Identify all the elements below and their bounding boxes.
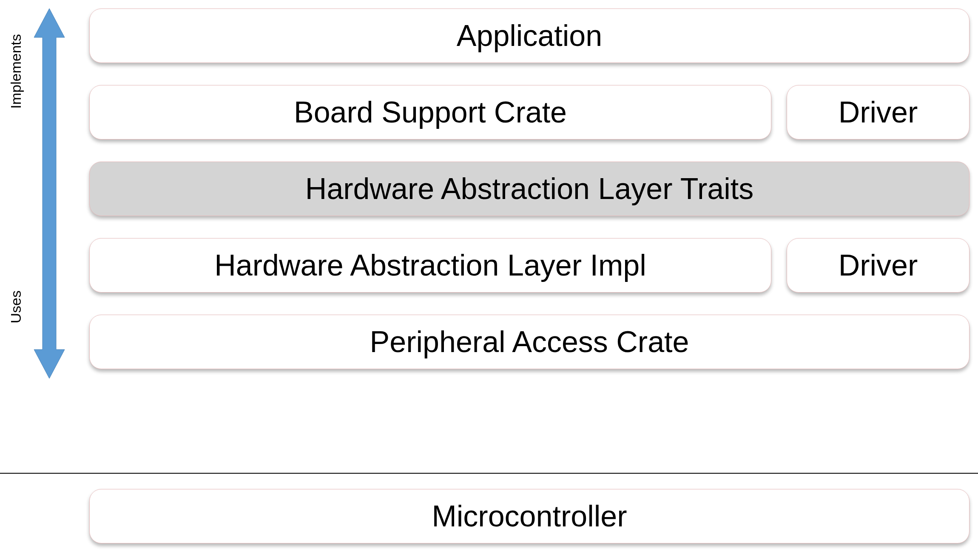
box-hal-impl: Hardware Abstraction Layer Impl: [89, 238, 771, 293]
layer-row-hal-impl-driver: Hardware Abstraction Layer Impl Driver: [89, 238, 969, 293]
layers-column: Application Board Support Crate Driver H…: [89, 4, 969, 378]
upper-section: Implements Uses Application Board Suppor…: [9, 4, 969, 378]
box-microcontroller: Microcontroller: [89, 489, 969, 543]
box-driver-bottom: Driver: [787, 238, 969, 293]
lower-section: Microcontroller: [9, 489, 969, 543]
arrow-label-implements: Implements: [9, 34, 23, 109]
box-driver-top-label: Driver: [839, 95, 918, 129]
box-bsc-label: Board Support Crate: [294, 95, 567, 129]
box-peripheral-access-crate: Peripheral Access Crate: [89, 315, 969, 369]
svg-marker-0: [34, 9, 65, 378]
layer-row-bsc-driver: Board Support Crate Driver: [89, 85, 969, 139]
box-pac-label: Peripheral Access Crate: [370, 325, 689, 359]
hardware-software-divider: [0, 473, 978, 474]
box-driver-top: Driver: [787, 85, 969, 139]
box-driver-bottom-label: Driver: [839, 248, 918, 282]
double-arrow-icon: [28, 9, 71, 378]
lower-spacer: [9, 489, 89, 543]
layer-row-pac: Peripheral Access Crate: [89, 315, 969, 369]
box-hal-traits-label: Hardware Abstraction Layer Traits: [305, 172, 753, 206]
layer-row-application: Application: [89, 9, 969, 63]
arrow-label-uses: Uses: [9, 290, 23, 323]
box-board-support-crate: Board Support Crate: [89, 85, 771, 139]
box-application-label: Application: [457, 19, 602, 53]
layer-row-hal-traits: Hardware Abstraction Layer Traits: [89, 162, 969, 216]
box-application: Application: [89, 9, 969, 63]
arrow-column: Implements Uses: [9, 9, 89, 378]
box-hal-impl-label: Hardware Abstraction Layer Impl: [214, 248, 646, 282]
diagram-container: Implements Uses Application Board Suppor…: [0, 0, 978, 560]
box-microcontroller-label: Microcontroller: [432, 499, 627, 533]
box-hal-traits: Hardware Abstraction Layer Traits: [89, 162, 969, 216]
arrow-labels-group: Implements Uses: [9, 9, 28, 378]
